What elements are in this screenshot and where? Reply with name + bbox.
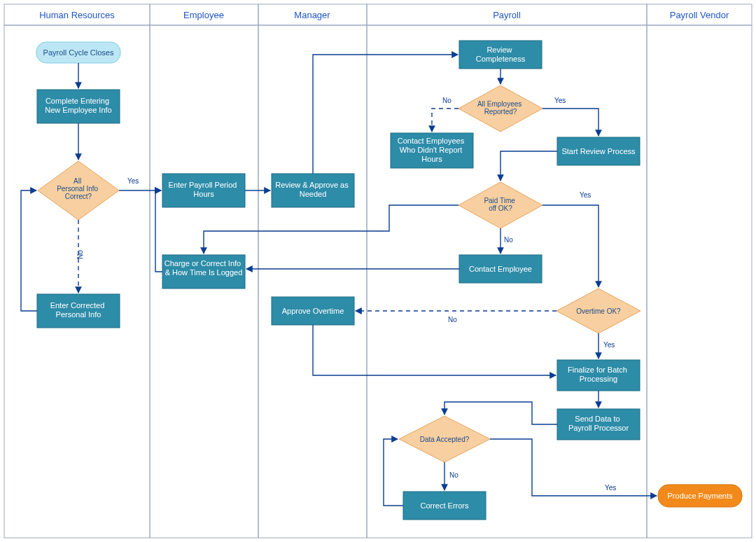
- decision-paid-time-off: Paid Time off OK?: [458, 182, 542, 228]
- svg-text:Yes: Yes: [127, 177, 139, 185]
- svg-text:Approve Overtime: Approve Overtime: [282, 307, 344, 315]
- svg-text:Paid Time
      off OK?: Paid Time off OK?: [484, 197, 517, 212]
- decision-overtime-ok: Overtime OK?: [556, 289, 640, 333]
- svg-text:Correct Errors: Correct Errors: [420, 501, 469, 510]
- svg-text:No: No: [442, 97, 451, 104]
- svg-text:Complete Entering
    New Empl: Complete Entering New Employee Info: [45, 97, 111, 114]
- svg-text:Send Data to
    Payroll Proce: Send Data to Payroll Processor: [568, 415, 629, 432]
- svg-rect-9: [647, 25, 752, 538]
- decision-personal-info: All Personal Info Correct?: [38, 161, 119, 220]
- svg-text:No: No: [449, 471, 458, 479]
- svg-text:Yes: Yes: [554, 97, 566, 104]
- svg-text:No: No: [504, 236, 513, 244]
- svg-text:Overtime OK?: Overtime OK?: [576, 307, 621, 315]
- svg-text:Enter Corrected
    Personal I: Enter Corrected Personal Info: [50, 301, 107, 319]
- svg-text:Charge or Correct Info
    & H: Charge or Correct Info & How Time Is Log…: [164, 259, 244, 277]
- svg-text:Yes: Yes: [580, 191, 591, 199]
- svg-text:Yes: Yes: [603, 341, 615, 349]
- lane-header-vendor: Payroll Vendor: [670, 10, 729, 20]
- svg-text:Start Review Process: Start Review Process: [561, 147, 636, 155]
- end-node-label: Produce Payments: [668, 492, 733, 500]
- svg-text:Yes: Yes: [605, 484, 616, 492]
- svg-text:Contact Employee: Contact Employee: [469, 265, 532, 273]
- svg-text:All Employees
      Reported?: All Employees Reported?: [477, 100, 524, 116]
- lane-header-manager: Manager: [294, 10, 330, 20]
- swimlane-diagram: Human Resources Employee Manager Payroll…: [0, 0, 756, 542]
- lane-header-payroll: Payroll: [493, 10, 521, 20]
- lane-header-employee: Employee: [183, 10, 224, 20]
- svg-text:No: No: [76, 250, 84, 259]
- svg-text:Data Accepted?: Data Accepted?: [420, 436, 470, 443]
- svg-text:No: No: [448, 316, 457, 324]
- start-node-label: Payroll Cycle Closes: [43, 48, 114, 57]
- lane-header-hr: Human Resources: [39, 10, 115, 20]
- decision-employees-reported: All Employees Reported?: [458, 85, 542, 132]
- decision-data-accepted: Data Accepted?: [399, 416, 490, 462]
